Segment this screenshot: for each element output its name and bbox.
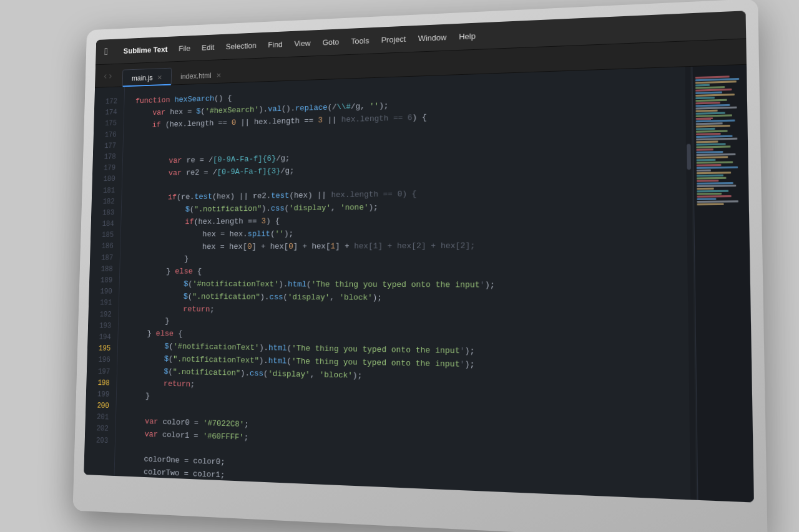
- line-num-189: 189: [89, 275, 119, 286]
- menu-window[interactable]: Window: [418, 32, 447, 43]
- minimap-line: [696, 132, 720, 135]
- apple-icon: : [104, 46, 108, 57]
- line-num-185: 185: [91, 230, 120, 241]
- line-num-199: 199: [86, 389, 117, 401]
- line-num-183: 183: [91, 207, 121, 218]
- minimap-line: [697, 192, 721, 195]
- line-num-172: 172: [94, 95, 124, 107]
- minimap-line: [696, 135, 733, 137]
- line-num-200: 200: [86, 400, 116, 412]
- minimap-line: [697, 195, 731, 197]
- tab-main-js[interactable]: main.js ✕: [122, 67, 172, 86]
- line-num-201: 201: [86, 412, 116, 424]
- line-num-179: 179: [92, 162, 122, 174]
- minimap-line: [695, 84, 710, 86]
- line-num-196: 196: [87, 354, 117, 366]
- minimap-line: [696, 153, 735, 155]
- tab-main-js-close[interactable]: ✕: [157, 74, 162, 80]
- minimap: [692, 64, 754, 502]
- tab-index-html[interactable]: index.html ✕: [172, 65, 230, 84]
- menu-goto[interactable]: Goto: [322, 37, 339, 46]
- minimap-line: [697, 161, 733, 163]
- line-num-187: 187: [90, 252, 120, 263]
- nav-forward-icon[interactable]: ›: [109, 70, 112, 80]
- minimap-line: [697, 203, 724, 205]
- minimap-line: [697, 169, 711, 172]
- minimap-line: [696, 145, 730, 148]
- nav-back-icon[interactable]: ‹: [104, 70, 107, 81]
- code-line-187: } else {: [131, 266, 681, 279]
- scrollbar-thumb[interactable]: [687, 143, 691, 170]
- minimap-line: [697, 166, 738, 168]
- line-num-191: 191: [89, 297, 119, 309]
- minimap-line: [696, 112, 725, 114]
- line-num-176: 176: [94, 129, 124, 141]
- line-num-177: 177: [93, 140, 123, 152]
- menu-edit[interactable]: Edit: [202, 42, 215, 52]
- minimap-line: [697, 198, 716, 200]
- minimap-line: [697, 156, 728, 158]
- minimap-line: [697, 181, 733, 184]
- menu-project[interactable]: Project: [381, 34, 406, 44]
- minimap-line: [696, 109, 718, 112]
- menu-help[interactable]: Help: [459, 31, 476, 41]
- minimap-line: [697, 180, 718, 182]
- screen:  Sublime Text File Edit Selection Find …: [84, 11, 754, 502]
- line-num-182: 182: [91, 196, 121, 208]
- minimap-line: [695, 91, 722, 94]
- minimap-line: [696, 122, 723, 125]
- minimap-line: [696, 143, 725, 145]
- tab-index-html-label: index.html: [180, 71, 212, 80]
- menu-file[interactable]: File: [179, 44, 190, 53]
- minimap-line: [697, 187, 713, 190]
- line-num-184: 184: [91, 218, 120, 230]
- minimap-line: [697, 190, 728, 192]
- minimap-line: [696, 148, 713, 151]
- code-line-185: hex = hex[0] + hex[0] + hex[1] + hex[1] …: [132, 238, 680, 253]
- line-num-198: 198: [86, 377, 117, 389]
- menu-find[interactable]: Find: [268, 39, 283, 49]
- line-num-186: 186: [90, 241, 120, 252]
- minimap-line: [696, 117, 713, 120]
- line-num-175: 175: [94, 118, 124, 130]
- tab-index-html-close[interactable]: ✕: [216, 72, 221, 79]
- line-num-192: 192: [88, 309, 118, 321]
- minimap-line: [697, 172, 731, 174]
- code-line-186: }: [131, 252, 680, 266]
- line-num-202: 202: [85, 423, 115, 435]
- line-num-194: 194: [87, 331, 117, 343]
- minimap-line: [697, 163, 721, 166]
- line-num-180: 180: [92, 173, 122, 185]
- line-num-178: 178: [93, 151, 123, 163]
- line-num-188: 188: [89, 264, 119, 275]
- minimap-line: [696, 140, 718, 143]
- menu-view[interactable]: View: [294, 38, 310, 47]
- line-num-174: 174: [94, 107, 124, 118]
- code-editor[interactable]: 172 174 175 176 177 178 179 180 181 182 …: [84, 64, 754, 502]
- menu-sublime-text[interactable]: Sublime Text: [124, 44, 168, 55]
- minimap-line: [697, 185, 736, 187]
- minimap-line: [696, 130, 728, 132]
- tab-main-js-label: main.js: [132, 74, 153, 82]
- line-num-181: 181: [92, 185, 122, 196]
- menu-selection[interactable]: Selection: [225, 41, 256, 51]
- line-num-193: 193: [88, 320, 118, 332]
- line-num-190: 190: [89, 286, 119, 297]
- minimap-line: [696, 125, 730, 127]
- minimap-line: [697, 200, 738, 203]
- line-num-197: 197: [87, 365, 117, 377]
- minimap-line: [696, 151, 723, 153]
- minimap-line: [697, 174, 723, 177]
- code-content[interactable]: function hexSearch() { var hex = $('#hex…: [114, 66, 697, 500]
- line-num-195: 195: [87, 343, 117, 355]
- minimap-line: [695, 97, 715, 99]
- minimap-line: [697, 158, 716, 161]
- menu-tools[interactable]: Tools: [351, 36, 369, 46]
- minimap-line: [697, 177, 726, 179]
- laptop-frame:  Sublime Text File Edit Selection Find …: [72, 0, 767, 532]
- minimap-line: [696, 127, 715, 130]
- line-num-203: 203: [85, 434, 115, 447]
- minimap-line: [695, 102, 720, 104]
